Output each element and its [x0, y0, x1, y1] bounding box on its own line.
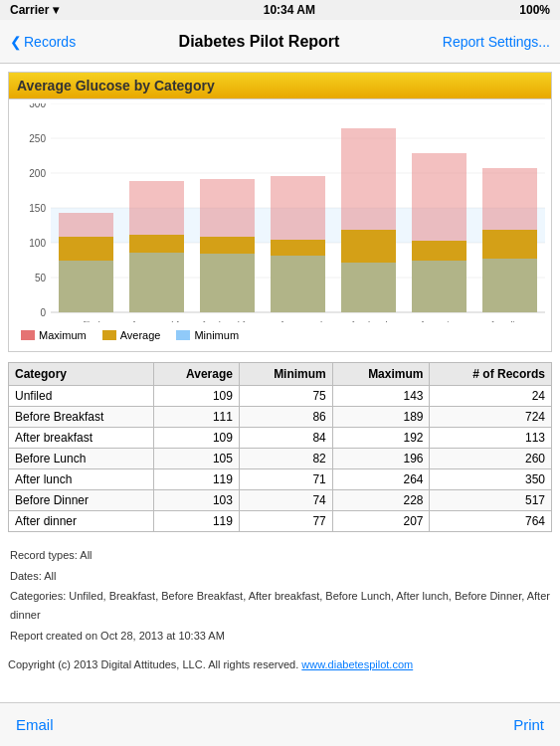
email-button[interactable]: Email [16, 716, 54, 733]
cell-maximum: 207 [332, 511, 430, 532]
table-header-row: Category Average Minimum Maximum # of Re… [9, 363, 552, 386]
data-table: Category Average Minimum Maximum # of Re… [8, 362, 552, 532]
dates-info: Dates: All [10, 567, 550, 586]
record-types-info: Record types: All [10, 546, 550, 565]
bottom-bar: Email Print [0, 702, 560, 746]
cell-records: 113 [430, 428, 552, 449]
cell-records: 764 [430, 511, 552, 532]
legend-max-label: Maximum [39, 329, 87, 341]
cell-minimum: 71 [239, 469, 332, 490]
cell-category: After breakfast [9, 428, 154, 449]
cell-category: Before Lunch [9, 449, 154, 469]
cell-maximum: 228 [332, 490, 430, 511]
legend-max-color [21, 330, 35, 340]
table-row: After breakfast 109 84 192 113 [9, 428, 552, 449]
cell-records: 517 [430, 490, 552, 511]
svg-text:After dinner: After dinner [484, 319, 533, 322]
copyright-section: Copyright (c) 2013 Digital Attitudes, LL… [8, 658, 552, 670]
svg-text:After breakfast: After breakfast [196, 319, 258, 322]
content-area: Average Glucose by Category [0, 64, 560, 702]
cell-category: Before Dinner [9, 490, 154, 511]
cell-records: 260 [430, 449, 552, 469]
bar-min-5 [341, 263, 396, 312]
svg-text:Before Breakfast: Before Breakfast [121, 319, 192, 322]
cell-average: 109 [154, 386, 240, 407]
col-average: Average [154, 363, 240, 386]
table-row: After lunch 119 71 264 350 [9, 469, 552, 490]
svg-text:200: 200 [29, 168, 46, 179]
table-row: Before Dinner 103 74 228 517 [9, 490, 552, 511]
cell-minimum: 84 [239, 428, 332, 449]
legend-average: Average [102, 329, 161, 341]
nav-bar: ❮ Records Diabetes Pilot Report Report S… [0, 20, 560, 64]
cell-average: 105 [154, 449, 240, 469]
chart-container: 300 250 200 150 100 50 0 [9, 99, 551, 351]
col-maximum: Maximum [332, 363, 430, 386]
svg-text:Unfiled: Unfiled [71, 319, 100, 322]
status-left: Carrier ▾ [10, 3, 59, 17]
cell-minimum: 75 [239, 386, 332, 407]
back-button[interactable]: ❮ Records [10, 34, 76, 50]
svg-text:300: 300 [29, 103, 46, 109]
cell-maximum: 196 [332, 449, 430, 469]
back-label: Records [24, 34, 76, 50]
cell-records: 724 [430, 407, 552, 428]
svg-text:150: 150 [29, 203, 46, 214]
cell-minimum: 74 [239, 490, 332, 511]
info-section: Record types: All Dates: All Categories:… [8, 542, 552, 651]
bar-min-7 [482, 259, 537, 312]
bar-min-3 [200, 254, 255, 312]
chart-legend: Maximum Average Minimum [13, 325, 547, 347]
chevron-left-icon: ❮ [10, 34, 22, 50]
cell-maximum: 264 [332, 469, 430, 490]
col-records: # of Records [430, 363, 552, 386]
cell-maximum: 189 [332, 407, 430, 428]
bar-chart: 300 250 200 150 100 50 0 [13, 103, 550, 322]
copyright-link[interactable]: www.diabetespilot.com [301, 658, 413, 670]
legend-avg-label: Average [120, 329, 161, 341]
status-bar: Carrier ▾ 10:34 AM 100% [0, 0, 560, 20]
battery-label: 100% [519, 3, 550, 17]
cell-average: 119 [154, 469, 240, 490]
svg-text:100: 100 [29, 238, 46, 249]
svg-text:0: 0 [40, 307, 46, 318]
nav-title: Diabetes Pilot Report [179, 33, 340, 51]
cell-records: 24 [430, 386, 552, 407]
categories-info: Categories: Unfiled, Breakfast, Before B… [10, 587, 550, 624]
legend-avg-color [102, 330, 116, 340]
table-row: Unfiled 109 75 143 24 [9, 386, 552, 407]
wifi-icon: ▾ [53, 3, 59, 17]
bar-min-2 [129, 253, 184, 312]
cell-average: 111 [154, 407, 240, 428]
bar-min-1 [59, 261, 113, 312]
cell-category: After dinner [9, 511, 154, 532]
cell-minimum: 82 [239, 449, 332, 469]
table-row: After dinner 119 77 207 764 [9, 511, 552, 532]
table-row: Before Breakfast 111 86 189 724 [9, 407, 552, 428]
col-category: Category [9, 363, 154, 386]
cell-average: 109 [154, 428, 240, 449]
legend-min-label: Minimum [194, 329, 239, 341]
col-minimum: Minimum [239, 363, 332, 386]
svg-text:After lunch: After lunch [345, 319, 390, 322]
chart-svg: 300 250 200 150 100 50 0 [13, 103, 547, 325]
cell-minimum: 86 [239, 407, 332, 428]
cell-average: 119 [154, 511, 240, 532]
legend-min-color [176, 330, 190, 340]
copyright-text: Copyright (c) 2013 Digital Attitudes, LL… [8, 658, 298, 670]
table-row: Before Lunch 105 82 196 260 [9, 449, 552, 469]
status-time: 10:34 AM [264, 3, 315, 17]
svg-text:Before Lunch: Before Lunch [270, 319, 326, 322]
legend-minimum: Minimum [176, 329, 239, 341]
bar-min-6 [412, 261, 467, 312]
chart-section: Average Glucose by Category [8, 72, 552, 352]
carrier-label: Carrier [10, 3, 49, 17]
cell-maximum: 143 [332, 386, 430, 407]
report-settings-button[interactable]: Report Settings... [443, 34, 550, 50]
chart-title: Average Glucose by Category [9, 73, 551, 99]
cell-records: 350 [430, 469, 552, 490]
bar-min-4 [271, 256, 325, 312]
cell-maximum: 192 [332, 428, 430, 449]
print-button[interactable]: Print [513, 716, 544, 733]
cell-minimum: 77 [239, 511, 332, 532]
